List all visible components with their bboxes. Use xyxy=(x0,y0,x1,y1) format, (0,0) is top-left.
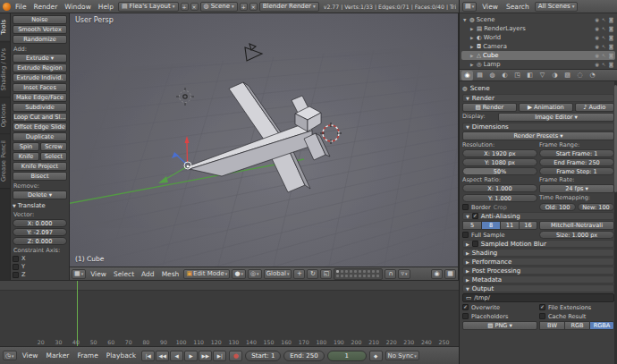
resolution-x-field[interactable]: X: 1920 px xyxy=(462,149,537,157)
scene-selector[interactable]: ◍ Scene ▾ xyxy=(200,2,238,12)
snap-element-selector[interactable]: ▿ ▾ xyxy=(398,269,410,279)
transform-orientation-selector[interactable]: Global ▾ xyxy=(264,269,292,279)
transport-button[interactable]: ▶▶ xyxy=(199,351,212,361)
aa-filter-selector[interactable]: Mitchell-Netravali xyxy=(539,221,614,230)
renderable-icon[interactable]: ◙ xyxy=(609,62,613,67)
collapsed-panel-header[interactable]: ▶ Post Processing xyxy=(462,267,614,275)
extrude-menu-button[interactable]: Extrude▾ xyxy=(13,54,67,63)
properties-tab[interactable]: ◧ xyxy=(524,71,536,80)
aa-sample-button[interactable]: 5 xyxy=(462,221,481,230)
aa-size-field[interactable]: Size: 1.000 px xyxy=(539,231,614,239)
snap-toggle[interactable]: ∩ xyxy=(385,269,396,279)
start-frame-field[interactable]: Start Frame: 1 xyxy=(539,149,614,157)
current-frame-line[interactable] xyxy=(77,281,78,346)
selectable-icon[interactable]: ↖ xyxy=(602,44,606,49)
output-panel-header[interactable]: ▼ Output xyxy=(462,284,614,292)
render-panel-header[interactable]: ▼ Render xyxy=(462,94,614,102)
eye-icon[interactable]: ◉ xyxy=(595,35,599,40)
eye-icon[interactable]: ◉ xyxy=(595,62,599,67)
transport-button[interactable]: ◀ xyxy=(170,351,183,361)
end-frame-field[interactable]: End: 250 xyxy=(283,351,324,361)
eye-icon[interactable]: ◉ xyxy=(595,17,599,22)
mesh-tool-button[interactable]: Spin xyxy=(13,142,39,151)
mesh-tool-button[interactable]: Screw xyxy=(40,142,67,151)
file-extensions-checkbox[interactable]: ✓ xyxy=(539,304,545,310)
overwrite-checkbox[interactable]: ✓ xyxy=(462,304,469,310)
delete-layout-button[interactable]: × xyxy=(190,3,199,11)
selectable-icon[interactable]: ↖ xyxy=(602,53,606,58)
motion-blur-checkbox[interactable] xyxy=(472,241,478,247)
display-mode-selector[interactable]: Image Editor ▾ xyxy=(498,113,614,122)
translate-vector-field[interactable]: X: 0.000 xyxy=(13,219,67,227)
transport-button[interactable]: ◀◀ xyxy=(156,351,169,361)
delete-scene-button[interactable]: × xyxy=(249,3,258,11)
mesh-tool-button[interactable]: Inset Faces xyxy=(13,83,67,92)
selectable-icon[interactable]: ↖ xyxy=(602,17,606,22)
timeline-editor[interactable]: 2030405060708090100110120130140150160170… xyxy=(0,280,459,346)
opengl-render-button[interactable]: ◉ xyxy=(431,269,443,279)
aa-sample-button[interactable]: 11 xyxy=(500,221,519,230)
tool-shelf-tab[interactable]: Shading / UVs xyxy=(0,42,10,97)
outliner-menu-item[interactable]: View xyxy=(479,3,501,11)
viewport-3d[interactable]: User Persp (1) Cube xyxy=(70,13,458,267)
layer-dot[interactable] xyxy=(354,275,357,277)
current-frame-field[interactable]: 1 xyxy=(327,351,367,361)
resolution-y-field[interactable]: Y: 1080 px xyxy=(462,158,537,166)
sync-mode-selector[interactable]: No Sync ▾ xyxy=(385,351,419,360)
layer-dot[interactable] xyxy=(345,270,348,273)
properties-tab[interactable]: ◉ xyxy=(461,71,473,80)
layer-dot[interactable] xyxy=(359,270,361,273)
border-checkbox[interactable] xyxy=(462,204,469,210)
opengl-render-anim-button[interactable]: ▦ xyxy=(444,269,456,279)
tool-shelf-tab[interactable]: Tools xyxy=(0,13,10,42)
output-path-field[interactable]: ▭ /tmp/ xyxy=(462,293,614,302)
layer-dot[interactable] xyxy=(354,270,357,273)
pivot-point-selector[interactable]: ◎ ▾ xyxy=(248,269,262,279)
mesh-tool-button[interactable]: Extrude Region xyxy=(13,63,67,72)
mode-selector[interactable]: ▣ Edit Mode ▾ xyxy=(183,269,230,279)
editor-type-button[interactable]: ◷ ▾ xyxy=(3,351,17,360)
mesh-tool-button[interactable]: Offset Edge Slide xyxy=(13,123,67,131)
screen-layout-selector[interactable]: ▤ Flea's Layout ▾ xyxy=(118,2,179,12)
renderable-icon[interactable]: ◙ xyxy=(609,44,613,49)
layer-dot[interactable] xyxy=(341,270,343,273)
viewport-menu-item[interactable]: Select xyxy=(111,270,137,278)
outliner-menu-item[interactable]: Search xyxy=(503,3,532,11)
anti-aliasing-panel-header[interactable]: ▼ ✓ Anti-Aliasing xyxy=(462,212,614,220)
collapsed-panel-header[interactable]: ▶ Performance xyxy=(462,258,614,266)
outliner-item[interactable]: ▶ ◘ Camera ◉ ↖ ◙ xyxy=(461,42,615,51)
editor-type-button[interactable]: ▦ ▾ xyxy=(72,269,86,279)
mesh-tool-button[interactable]: Duplicate xyxy=(13,132,67,141)
timeline-menu-item[interactable]: Playback xyxy=(104,351,139,360)
translate-panel-header[interactable]: ▼ Translate xyxy=(13,202,67,209)
viewport-menu-item[interactable]: Add xyxy=(139,270,157,278)
selectable-icon[interactable]: ↖ xyxy=(602,26,606,31)
aa-sample-button[interactable]: 8 xyxy=(481,221,500,230)
layer-dot[interactable] xyxy=(368,275,370,277)
collapsed-panel-header[interactable]: ▶ Metadata xyxy=(462,275,614,284)
mesh-tool-button[interactable]: Knife xyxy=(13,152,39,161)
layer-dot[interactable] xyxy=(350,270,352,273)
expand-triangle-icon[interactable]: ▶ xyxy=(470,27,475,31)
selectable-icon[interactable]: ↖ xyxy=(602,62,606,67)
color-mode-button[interactable]: BW xyxy=(539,321,564,330)
layer-dot[interactable] xyxy=(368,270,370,273)
outliner-item[interactable]: ▼ ◍ Scene ◉ ↖ ◙ xyxy=(461,15,615,24)
remap-old-field[interactable]: Old: 100 xyxy=(539,203,576,211)
collapsed-panel-header[interactable]: ▶ Shading xyxy=(462,249,614,257)
top-menu-item[interactable]: Render xyxy=(31,3,61,11)
properties-tab[interactable]: ◍ xyxy=(486,71,498,80)
delete-menu-button[interactable]: Delete▾ xyxy=(13,190,67,199)
outliner-item[interactable]: ▶ △ Cube ◉ ↖ ◙ xyxy=(461,51,615,60)
resolution-percentage-slider[interactable]: 50% xyxy=(462,167,537,175)
mesh-tool-button[interactable]: Smooth Vertex xyxy=(13,25,67,34)
expand-triangle-icon[interactable]: ▼ xyxy=(463,18,468,22)
manipulator-translate-toggle[interactable]: + xyxy=(293,269,305,279)
tool-shelf-tab[interactable]: Options xyxy=(0,97,10,134)
transport-button[interactable]: |◀ xyxy=(141,351,155,361)
file-format-selector[interactable]: ▨ PNG ▾ xyxy=(462,321,537,330)
outliner-item[interactable]: ▶ ◎ Lamp ◉ ↖ ◙ xyxy=(461,60,615,69)
layer-dot[interactable] xyxy=(350,275,352,277)
mesh-tool-button[interactable]: Noise xyxy=(13,15,67,24)
editor-type-button[interactable]: ▤ ▾ xyxy=(462,2,477,12)
